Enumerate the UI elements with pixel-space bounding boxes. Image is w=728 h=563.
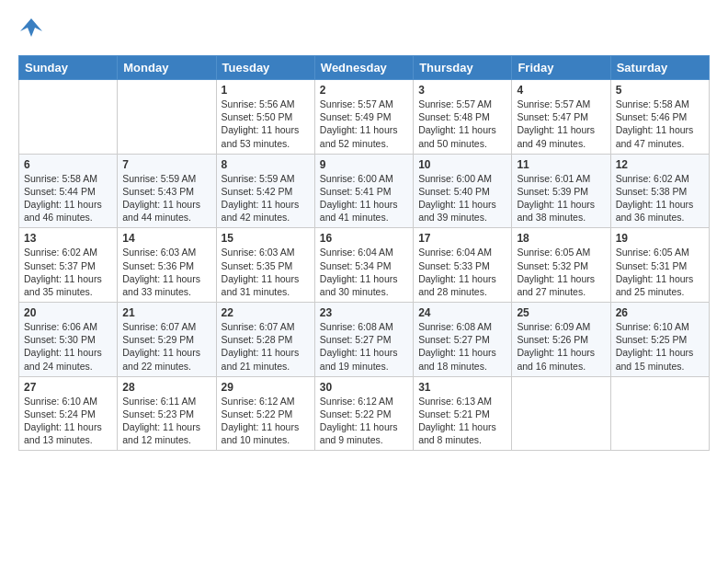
day-info: Sunrise: 6:07 AM Sunset: 5:29 PM Dayligh… xyxy=(122,320,210,373)
day-cell xyxy=(512,376,610,451)
week-row-2: 6Sunrise: 5:58 AM Sunset: 5:44 PM Daylig… xyxy=(19,154,710,228)
day-cell: 17Sunrise: 6:04 AM Sunset: 5:33 PM Dayli… xyxy=(414,228,512,303)
day-info: Sunrise: 5:57 AM Sunset: 5:47 PM Dayligh… xyxy=(517,98,605,150)
weekday-wednesday: Wednesday xyxy=(314,56,413,80)
day-info: Sunrise: 6:00 AM Sunset: 5:40 PM Dayligh… xyxy=(418,172,506,224)
day-number: 12 xyxy=(616,158,704,171)
day-number: 13 xyxy=(24,232,112,245)
day-number: 4 xyxy=(517,84,605,97)
day-number: 31 xyxy=(418,381,506,394)
day-cell: 1Sunrise: 5:56 AM Sunset: 5:50 PM Daylig… xyxy=(216,80,314,155)
weekday-friday: Friday xyxy=(512,56,610,80)
day-number: 25 xyxy=(517,306,605,319)
week-row-1: 1Sunrise: 5:56 AM Sunset: 5:50 PM Daylig… xyxy=(19,80,710,155)
day-cell xyxy=(610,376,709,451)
day-info: Sunrise: 6:09 AM Sunset: 5:26 PM Dayligh… xyxy=(517,320,605,373)
day-number: 11 xyxy=(517,158,605,171)
day-number: 2 xyxy=(320,84,408,97)
day-cell: 3Sunrise: 5:57 AM Sunset: 5:48 PM Daylig… xyxy=(414,80,512,155)
day-cell: 27Sunrise: 6:10 AM Sunset: 5:24 PM Dayli… xyxy=(19,376,118,451)
day-cell: 8Sunrise: 5:59 AM Sunset: 5:42 PM Daylig… xyxy=(216,154,314,228)
day-number: 14 xyxy=(122,232,210,245)
day-cell: 16Sunrise: 6:04 AM Sunset: 5:34 PM Dayli… xyxy=(314,228,413,303)
day-info: Sunrise: 6:04 AM Sunset: 5:34 PM Dayligh… xyxy=(320,246,408,298)
day-number: 22 xyxy=(222,306,310,319)
weekday-sunday: Sunday xyxy=(19,56,118,80)
day-cell: 21Sunrise: 6:07 AM Sunset: 5:29 PM Dayli… xyxy=(118,303,216,377)
day-cell: 5Sunrise: 5:58 AM Sunset: 5:46 PM Daylig… xyxy=(610,80,709,155)
day-number: 23 xyxy=(320,306,408,319)
day-cell: 15Sunrise: 6:03 AM Sunset: 5:35 PM Dayli… xyxy=(216,228,314,303)
day-info: Sunrise: 5:56 AM Sunset: 5:50 PM Dayligh… xyxy=(222,98,310,150)
day-cell: 7Sunrise: 5:59 AM Sunset: 5:43 PM Daylig… xyxy=(118,154,216,228)
day-number: 27 xyxy=(24,381,112,394)
day-info: Sunrise: 5:57 AM Sunset: 5:49 PM Dayligh… xyxy=(320,98,408,150)
weekday-tuesday: Tuesday xyxy=(216,56,314,80)
day-number: 17 xyxy=(418,232,506,245)
day-info: Sunrise: 6:02 AM Sunset: 5:38 PM Dayligh… xyxy=(616,172,704,224)
day-info: Sunrise: 6:00 AM Sunset: 5:41 PM Dayligh… xyxy=(320,172,408,224)
logo-bird-icon xyxy=(18,15,44,44)
week-row-5: 27Sunrise: 6:10 AM Sunset: 5:24 PM Dayli… xyxy=(19,376,710,451)
day-cell: 12Sunrise: 6:02 AM Sunset: 5:38 PM Dayli… xyxy=(610,154,709,228)
day-number: 10 xyxy=(418,158,506,171)
day-cell: 14Sunrise: 6:03 AM Sunset: 5:36 PM Dayli… xyxy=(118,228,216,303)
day-cell: 25Sunrise: 6:09 AM Sunset: 5:26 PM Dayli… xyxy=(512,303,610,377)
day-cell: 26Sunrise: 6:10 AM Sunset: 5:25 PM Dayli… xyxy=(610,303,709,377)
day-number: 20 xyxy=(24,306,112,319)
day-number: 26 xyxy=(616,306,704,319)
header xyxy=(18,15,710,44)
day-info: Sunrise: 5:58 AM Sunset: 5:46 PM Dayligh… xyxy=(616,98,704,150)
day-info: Sunrise: 6:12 AM Sunset: 5:22 PM Dayligh… xyxy=(320,395,408,447)
day-cell: 29Sunrise: 6:12 AM Sunset: 5:22 PM Dayli… xyxy=(216,376,314,451)
day-number: 29 xyxy=(222,381,310,394)
week-row-4: 20Sunrise: 6:06 AM Sunset: 5:30 PM Dayli… xyxy=(19,303,710,377)
day-cell: 19Sunrise: 6:05 AM Sunset: 5:31 PM Dayli… xyxy=(610,228,709,303)
day-number: 5 xyxy=(616,84,704,97)
week-row-3: 13Sunrise: 6:02 AM Sunset: 5:37 PM Dayli… xyxy=(19,228,710,303)
day-info: Sunrise: 6:11 AM Sunset: 5:23 PM Dayligh… xyxy=(122,395,210,447)
day-number: 8 xyxy=(222,158,310,171)
day-info: Sunrise: 6:10 AM Sunset: 5:24 PM Dayligh… xyxy=(24,395,112,447)
day-number: 24 xyxy=(418,306,506,319)
weekday-header-row: SundayMondayTuesdayWednesdayThursdayFrid… xyxy=(19,56,710,80)
day-info: Sunrise: 6:03 AM Sunset: 5:35 PM Dayligh… xyxy=(222,246,310,298)
day-cell: 4Sunrise: 5:57 AM Sunset: 5:47 PM Daylig… xyxy=(512,80,610,155)
calendar-table: SundayMondayTuesdayWednesdayThursdayFrid… xyxy=(18,55,710,451)
day-cell: 2Sunrise: 5:57 AM Sunset: 5:49 PM Daylig… xyxy=(314,80,413,155)
page-container: SundayMondayTuesdayWednesdayThursdayFrid… xyxy=(0,0,728,462)
day-number: 3 xyxy=(418,84,506,97)
day-info: Sunrise: 6:08 AM Sunset: 5:27 PM Dayligh… xyxy=(418,320,506,373)
day-number: 9 xyxy=(320,158,408,171)
day-info: Sunrise: 5:58 AM Sunset: 5:44 PM Dayligh… xyxy=(24,172,112,224)
day-info: Sunrise: 6:13 AM Sunset: 5:21 PM Dayligh… xyxy=(418,395,506,447)
day-number: 18 xyxy=(517,232,605,245)
logo xyxy=(18,15,48,44)
day-info: Sunrise: 6:12 AM Sunset: 5:22 PM Dayligh… xyxy=(222,395,310,447)
day-info: Sunrise: 6:05 AM Sunset: 5:31 PM Dayligh… xyxy=(616,246,704,298)
day-cell: 23Sunrise: 6:08 AM Sunset: 5:27 PM Dayli… xyxy=(314,303,413,377)
day-info: Sunrise: 6:02 AM Sunset: 5:37 PM Dayligh… xyxy=(24,246,112,298)
day-cell: 10Sunrise: 6:00 AM Sunset: 5:40 PM Dayli… xyxy=(414,154,512,228)
day-cell xyxy=(118,80,216,155)
day-cell: 18Sunrise: 6:05 AM Sunset: 5:32 PM Dayli… xyxy=(512,228,610,303)
day-cell: 9Sunrise: 6:00 AM Sunset: 5:41 PM Daylig… xyxy=(314,154,413,228)
weekday-monday: Monday xyxy=(118,56,216,80)
day-number: 28 xyxy=(122,381,210,394)
day-info: Sunrise: 6:06 AM Sunset: 5:30 PM Dayligh… xyxy=(24,320,112,373)
day-cell: 31Sunrise: 6:13 AM Sunset: 5:21 PM Dayli… xyxy=(414,376,512,451)
weekday-saturday: Saturday xyxy=(610,56,709,80)
day-cell: 30Sunrise: 6:12 AM Sunset: 5:22 PM Dayli… xyxy=(314,376,413,451)
day-info: Sunrise: 5:59 AM Sunset: 5:43 PM Dayligh… xyxy=(122,172,210,224)
day-info: Sunrise: 6:10 AM Sunset: 5:25 PM Dayligh… xyxy=(616,320,704,373)
day-cell: 28Sunrise: 6:11 AM Sunset: 5:23 PM Dayli… xyxy=(118,376,216,451)
day-cell: 22Sunrise: 6:07 AM Sunset: 5:28 PM Dayli… xyxy=(216,303,314,377)
day-info: Sunrise: 6:04 AM Sunset: 5:33 PM Dayligh… xyxy=(418,246,506,298)
day-number: 21 xyxy=(122,306,210,319)
weekday-thursday: Thursday xyxy=(414,56,512,80)
day-info: Sunrise: 5:57 AM Sunset: 5:48 PM Dayligh… xyxy=(418,98,506,150)
day-number: 1 xyxy=(222,84,310,97)
day-cell: 11Sunrise: 6:01 AM Sunset: 5:39 PM Dayli… xyxy=(512,154,610,228)
day-cell: 6Sunrise: 5:58 AM Sunset: 5:44 PM Daylig… xyxy=(19,154,118,228)
day-info: Sunrise: 6:07 AM Sunset: 5:28 PM Dayligh… xyxy=(222,320,310,373)
